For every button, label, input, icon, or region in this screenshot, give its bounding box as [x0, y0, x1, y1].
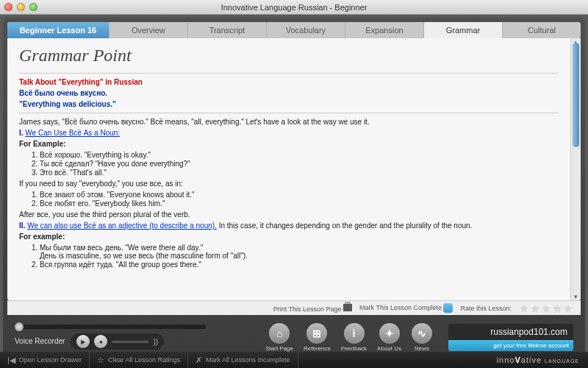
section-1: I. We Can Use Всё As a Noun: [19, 129, 559, 137]
lesson-footer: Print This Lesson Page Mark This Lesson … [7, 300, 581, 315]
drawer-icon: |◀ [7, 355, 15, 365]
example-list-2: Все знают об этом. "Everyone knows about… [40, 191, 559, 208]
tab-vocabulary[interactable]: Vocabulary [267, 22, 345, 38]
note-plural: After все, you use the third person plur… [19, 210, 559, 219]
start-page-button[interactable]: ⌂Start Page [265, 323, 293, 352]
divider [19, 73, 559, 74]
list-item: Это всё. "That's all." [40, 169, 559, 177]
news-icon: ∿ [412, 323, 432, 344]
feedback-button[interactable]: iFeedback [341, 323, 367, 352]
star-icon[interactable] [530, 303, 540, 314]
tab-expansion[interactable]: Expansion [345, 22, 424, 38]
clear-ratings-button[interactable]: ☆Clear All Lesson Ratings [90, 352, 188, 368]
lesson-tabs: Beginner Lesson 16 Overview Transcript V… [7, 22, 581, 38]
list-item: Мы были там весь день. "We were there al… [40, 244, 559, 260]
voice-recorder-controls: ▶ ● )) [71, 333, 164, 350]
topic-line: Talk About "Everything" in Russian [19, 78, 559, 86]
tab-cultural[interactable]: Cultural [503, 22, 581, 38]
audio-progress[interactable] [15, 325, 206, 329]
home-icon: ⌂ [269, 323, 290, 344]
star-outline-icon: ☆ [97, 355, 104, 365]
print-lesson-button[interactable]: Print This Lesson Page [273, 304, 352, 313]
tab-current-lesson[interactable]: Beginner Lesson 16 [7, 22, 110, 38]
english-translation: "Everything was delicious." [19, 100, 559, 108]
news-button[interactable]: ∿News [412, 323, 432, 352]
printer-icon [343, 304, 352, 311]
speaker-icon: )) [153, 338, 158, 346]
tab-overview[interactable]: Overview [110, 22, 188, 38]
russian-sentence: Всё было очень вкусно. [19, 89, 559, 97]
list-item: Всё хорошо. "Everything is okay." [40, 151, 559, 159]
for-example-label: For Example: [19, 140, 559, 148]
example-list-3: Мы были там весь день. "We were there al… [40, 244, 559, 269]
open-lesson-drawer-button[interactable]: |◀Open Lesson Drawer [0, 352, 90, 368]
reference-button[interactable]: ⊞Reference [304, 323, 331, 352]
mark-incomplete-button[interactable]: ✗Mark All Lessons Incomplete [188, 352, 298, 368]
voice-recorder-label: Voice Recorder [15, 337, 65, 345]
section-1-link[interactable]: We Can Use Всё As a Noun: [25, 129, 120, 137]
tab-transcript[interactable]: Transcript [188, 22, 267, 38]
tab-grammar[interactable]: Grammar [424, 22, 503, 38]
example-list-1: Всё хорошо. "Everything is okay." Ты всё… [40, 151, 559, 177]
feedback-icon: i [344, 323, 365, 344]
site-link[interactable]: russianpod101.com [448, 324, 573, 340]
window-title: Innovative Language Russian - Beginner [0, 3, 588, 12]
page-title: Grammar Point [19, 46, 559, 66]
x-icon: ✗ [196, 355, 202, 365]
grammar-content: Grammar Point Talk About "Everything" in… [7, 38, 570, 300]
record-icon[interactable]: ● [94, 335, 107, 348]
brand-box: russianpod101.com get your free lifetime… [448, 324, 573, 351]
star-icon[interactable] [563, 303, 573, 314]
about-icon: ✦ [379, 323, 400, 344]
rate-label: Rate this Lesson: [460, 305, 512, 312]
divider [19, 113, 559, 113]
rating-stars[interactable] [519, 303, 573, 314]
app-frame: Beginner Lesson 16 Overview Transcript V… [3, 18, 585, 364]
play-icon[interactable]: ▶ [76, 335, 90, 348]
innovative-logo: innoVative LANGUAGE [488, 355, 588, 364]
reference-icon: ⊞ [306, 323, 327, 344]
volume-slider[interactable] [112, 341, 148, 343]
scroll-thumb[interactable] [573, 43, 579, 147]
mark-complete-button[interactable]: Mark This Lesson Complete [359, 303, 453, 313]
cta-button[interactable]: get your free lifetime account [448, 340, 573, 351]
star-icon[interactable] [519, 303, 529, 314]
list-item: Все знают об этом. "Everyone knows about… [40, 191, 559, 199]
star-icon[interactable] [552, 303, 562, 314]
note-everybody: If you need to say "everybody," you use … [19, 180, 559, 188]
checkbox-icon [443, 303, 453, 313]
list-item: Вся группа идёт туда. "All the group goe… [40, 261, 559, 269]
voice-recorder: Voice Recorder ▶ ● )) [15, 333, 206, 350]
window-titlebar: Innovative Language Russian - Beginner [0, 0, 588, 15]
intro-text: James says, "Всё было очень вкусно." Всё… [19, 118, 559, 126]
nav-icons: ⌂Start Page ⊞Reference iFeedback ✦About … [265, 323, 432, 352]
star-icon[interactable] [541, 303, 551, 314]
list-item: Все любят его. "Everybody likes him." [40, 199, 559, 208]
about-us-button[interactable]: ✦About Us [377, 323, 401, 352]
section-2: II. We can also use Всё as an adjective … [19, 222, 559, 230]
section-2-link[interactable]: We can also use Всё as an adjective (to … [27, 222, 217, 230]
bottom-toolbar: |◀Open Lesson Drawer ☆Clear All Lesson R… [0, 352, 588, 368]
scrollbar[interactable]: ▴ ▾ [570, 38, 581, 300]
content-area: Grammar Point Talk About "Everything" in… [7, 38, 581, 300]
list-item: Ты всё сделал? "Have you done everything… [40, 160, 559, 168]
scroll-down-icon[interactable]: ▾ [571, 293, 581, 300]
for-example-label: For example: [19, 233, 559, 241]
